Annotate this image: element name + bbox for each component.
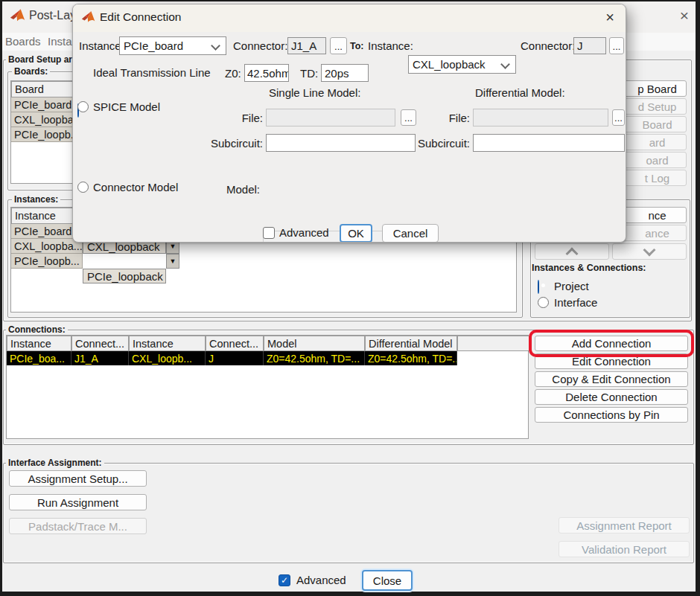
connections-table: Instance Connect... Instance Connect... …	[6, 335, 529, 439]
connection-row-cell[interactable]: CXL_loopb...	[129, 351, 206, 365]
dialog-close-icon[interactable]: ×	[599, 7, 621, 28]
assignment-setup-button[interactable]: Assignment Setup...	[9, 470, 147, 487]
dialog-advanced-label[interactable]: Advanced	[279, 226, 329, 239]
file-label: File:	[220, 112, 263, 124]
tab-boards[interactable]: Boards	[5, 35, 41, 48]
browse-connector-button[interactable]: ...	[330, 37, 347, 54]
board-button-label: Board	[629, 117, 686, 132]
dialog-advanced-checkbox[interactable]	[263, 227, 275, 239]
connector2-field[interactable]: J	[573, 37, 606, 54]
connector-label: Connector:	[233, 39, 287, 52]
combo-arrow-icon[interactable]: ▼	[166, 254, 179, 269]
single-subcircuit-field[interactable]	[266, 134, 416, 152]
connector-model-radio[interactable]	[77, 182, 89, 193]
instance2-combo[interactable]: CXL_loopback	[408, 55, 516, 74]
board-button-label: ard	[629, 135, 686, 150]
edit-connection-button[interactable]: Edit Connection	[535, 353, 688, 369]
connections-header-blank	[457, 336, 529, 351]
frame-bottom	[0, 592, 700, 596]
run-assignment-button[interactable]: Run Assignment	[9, 494, 147, 510]
board-button-label: t Log	[629, 170, 686, 185]
connections-header-model[interactable]: Model	[264, 336, 365, 351]
boards-group-label: Boards:	[12, 66, 50, 77]
instances-connections-label: Instances & Connections:	[532, 263, 646, 273]
ok-button[interactable]: OK	[340, 224, 372, 243]
ideal-transmission-label[interactable]: Ideal Transmission Line	[93, 66, 211, 79]
table-row[interactable]: CXL_loopba...	[11, 239, 83, 254]
connections-header-connector1[interactable]: Connect...	[71, 336, 129, 351]
instance-button-label: ance	[629, 225, 686, 240]
spice-model-radio[interactable]	[77, 101, 89, 112]
instance2-label: Instance:	[368, 39, 413, 52]
board-button-label: oard	[629, 153, 686, 167]
instance-board-combo[interactable]: PCIe_loopback	[83, 269, 166, 283]
z0-value: 42.5ohm	[247, 67, 289, 80]
connections-group-label: Connections:	[6, 324, 68, 335]
dialog-title: Edit Connection	[100, 10, 181, 24]
chevron-up-icon	[566, 247, 579, 260]
diff-subcircuit-field[interactable]	[473, 134, 625, 152]
padstack-trace-button: Padstack/Trace M...	[9, 518, 147, 534]
instance-button-label: nce	[629, 208, 686, 222]
close-button[interactable]: Close	[362, 570, 413, 591]
advanced-checkbox-label[interactable]: Advanced	[296, 574, 346, 586]
chevron-down-icon	[500, 60, 510, 69]
frame-right	[696, 0, 700, 596]
add-connection-button[interactable]: Add Connection	[535, 336, 688, 351]
edit-connection-dialog: Edit Connection × Instance: PCIe_board C…	[72, 4, 626, 243]
tab-instances[interactable]: Insta	[48, 35, 72, 48]
connection-row-cell[interactable]: Z0=42.5ohm, TD=...	[264, 351, 365, 365]
browse-single-file-button[interactable]: ...	[401, 109, 416, 126]
cancel-button[interactable]: Cancel	[382, 224, 439, 243]
copy-edit-connection-button[interactable]: Copy & Edit Connection	[535, 371, 688, 387]
connector-model-label[interactable]: Connector Model	[93, 181, 178, 193]
z0-label: Z0:	[225, 67, 241, 80]
chevron-down-icon	[211, 41, 220, 51]
assignment-report-button: Assignment Report	[559, 517, 690, 533]
connections-header-instance2[interactable]: Instance	[129, 336, 206, 351]
table-row[interactable]: PCIe_loopb...	[11, 254, 83, 269]
file2-label: File:	[428, 112, 470, 124]
to-label: To:	[350, 41, 364, 51]
browse-connector2-button[interactable]: ...	[609, 37, 624, 54]
instances-group-label: Instances:	[12, 194, 60, 205]
move-up-button	[535, 243, 609, 260]
interface-radio[interactable]	[538, 297, 549, 308]
model-label: Model:	[217, 183, 260, 196]
delete-connection-button[interactable]: Delete Connection	[535, 389, 688, 405]
td-input[interactable]: 20ps	[321, 64, 369, 82]
instance2-combo-value: CXL_loopback	[413, 58, 486, 71]
app-close-icon[interactable]: ×	[673, 4, 696, 27]
app-title: Post-Lay	[29, 9, 76, 22]
board-setup-group-label: Board Setup ar	[6, 54, 74, 65]
connection-row-cell[interactable]: Z0=42.5ohm, TD=...	[365, 351, 457, 365]
browse-diff-file-button[interactable]: ...	[612, 109, 625, 126]
connector-field[interactable]: J1_A	[287, 37, 326, 54]
screen: Post-Lay × Boards Insta Board Setup ar B…	[0, 0, 700, 596]
connections-header-diff-model[interactable]: Differential Model	[365, 336, 457, 351]
instance-combo[interactable]: PCIe_board	[119, 36, 226, 55]
project-radio-label[interactable]: Project	[554, 280, 589, 292]
interface-radio-label[interactable]: Interface	[554, 296, 597, 309]
differential-model-title: Differential Model:	[475, 86, 565, 99]
connection-row-cell[interactable]: PCIe_boa...	[7, 351, 71, 365]
connections-header-instance1[interactable]: Instance	[7, 336, 71, 351]
instance-label: Instance:	[79, 39, 124, 52]
dialog-titlebar[interactable]: Edit Connection ×	[73, 4, 626, 32]
project-radio[interactable]	[538, 280, 539, 294]
connection-row-cell[interactable]: J1_A	[71, 351, 129, 365]
connections-header-connector2[interactable]: Connect...	[206, 336, 264, 351]
z0-input[interactable]: 42.5ohm	[244, 64, 289, 82]
instance-combo-value: PCIe_board	[124, 39, 183, 52]
advanced-checkbox[interactable]: ✓	[279, 574, 290, 586]
subcircuit2-label: Subcircuit:	[404, 137, 470, 150]
chevron-down-icon	[643, 244, 656, 257]
connector2-label: Connector:	[521, 39, 575, 52]
diff-file-field	[473, 109, 608, 126]
connections-by-pin-button[interactable]: Connections by Pin	[535, 407, 688, 423]
td-label: TD:	[300, 67, 318, 80]
spice-model-label[interactable]: SPICE Model	[93, 100, 160, 113]
connection-row-cell[interactable]: J	[206, 351, 264, 365]
frame-left	[0, 0, 2, 596]
single-file-field	[266, 109, 395, 126]
